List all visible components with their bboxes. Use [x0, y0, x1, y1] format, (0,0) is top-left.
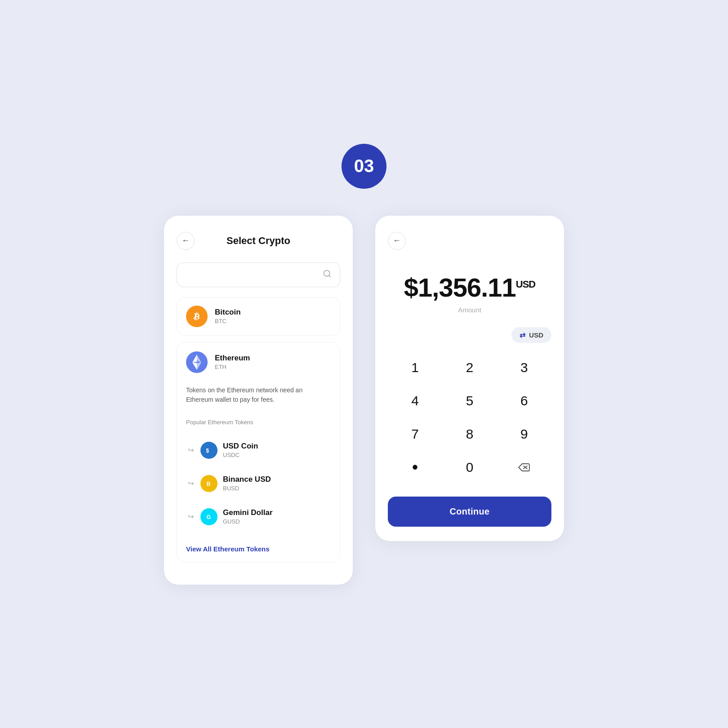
amount-number: $1,356.11 — [404, 273, 516, 302]
amount-value: $1,356.11USD — [404, 273, 535, 302]
bitcoin-item[interactable]: Bitcoin BTC — [177, 297, 340, 336]
busd-item[interactable]: ↪ B Binance USD BUSD — [186, 471, 271, 497]
ethereum-info: Ethereum ETH — [215, 354, 250, 370]
svg-marker-4 — [197, 362, 201, 370]
popular-tokens-label: Popular Ethereum Tokens — [186, 419, 253, 426]
card-header-right: ← — [388, 232, 551, 250]
view-all-link[interactable]: View All Ethereum Tokens — [186, 545, 270, 553]
key-9[interactable]: 9 — [497, 417, 551, 451]
amount-keypad-card: ← $1,356.11USD Amount ⇄ USD 1 2 3 4 5 6 … — [375, 216, 564, 541]
svg-text:$: $ — [206, 447, 209, 453]
token-arrow-icon-3: ↪ — [186, 512, 195, 521]
step-number: 03 — [354, 156, 374, 176]
bitcoin-info: Bitcoin BTC — [215, 308, 241, 324]
ethereum-description: Tokens on the Ethereum network need an E… — [186, 386, 331, 404]
keypad: 1 2 3 4 5 6 7 8 9 • 0 — [388, 351, 551, 484]
ethereum-logo — [186, 351, 208, 373]
back-button-left[interactable]: ← — [177, 232, 195, 250]
eth-top-row: Ethereum ETH — [186, 351, 250, 373]
gusd-info: Gemini Dollar GUSD — [223, 508, 273, 525]
svg-text:B: B — [207, 480, 211, 487]
bitcoin-symbol: BTC — [215, 318, 241, 324]
usdc-name: USD Coin — [223, 442, 258, 451]
token-arrow-icon: ↪ — [186, 446, 195, 454]
ethereum-item[interactable]: Ethereum ETH Tokens on the Ethereum netw… — [177, 342, 340, 562]
key-2[interactable]: 2 — [442, 351, 497, 384]
usdc-item[interactable]: ↪ $ USD Coin USDC — [186, 437, 258, 463]
busd-name: Binance USD — [223, 475, 271, 484]
svg-marker-5 — [192, 362, 197, 370]
amount-label: Amount — [388, 306, 551, 314]
key-4[interactable]: 4 — [388, 384, 442, 417]
card-header-left: ← Select Crypto — [177, 232, 340, 250]
usd-toggle-badge[interactable]: ⇄ USD — [511, 327, 551, 343]
step-badge: 03 — [342, 144, 386, 189]
usdc-info: USD Coin USDC — [223, 442, 258, 458]
svg-line-1 — [329, 275, 331, 277]
amount-currency-label: USD — [516, 278, 535, 289]
key-8[interactable]: 8 — [442, 417, 497, 451]
key-0[interactable]: 0 — [442, 451, 497, 484]
busd-logo: B — [200, 475, 218, 492]
search-icon — [323, 269, 332, 280]
key-1[interactable]: 1 — [388, 351, 442, 384]
ethereum-name: Ethereum — [215, 354, 250, 363]
token-arrow-icon-2: ↪ — [186, 479, 195, 488]
search-input[interactable] — [185, 271, 318, 279]
key-3[interactable]: 3 — [497, 351, 551, 384]
svg-text:G: G — [207, 514, 211, 520]
continue-button[interactable]: Continue — [388, 497, 551, 527]
usd-toggle: ⇄ USD — [388, 327, 551, 343]
key-backspace[interactable] — [497, 451, 551, 484]
usd-toggle-label: USD — [529, 331, 543, 339]
usdc-logo: $ — [200, 442, 218, 459]
gusd-logo: G — [200, 508, 218, 525]
usdc-symbol: USDC — [223, 452, 258, 458]
amount-display: $1,356.11USD — [388, 272, 551, 302]
gusd-symbol: GUSD — [223, 518, 273, 525]
switch-icon: ⇄ — [519, 331, 525, 339]
screens-row: ← Select Crypto Bitcoin BTC — [164, 216, 564, 585]
key-6[interactable]: 6 — [497, 384, 551, 417]
key-5[interactable]: 5 — [442, 384, 497, 417]
select-crypto-card: ← Select Crypto Bitcoin BTC — [164, 216, 353, 585]
search-box[interactable] — [177, 262, 340, 287]
busd-symbol: BUSD — [223, 485, 271, 492]
bitcoin-logo — [186, 306, 208, 327]
ethereum-symbol: ETH — [215, 364, 250, 370]
key-7[interactable]: 7 — [388, 417, 442, 451]
gusd-name: Gemini Dollar — [223, 508, 273, 517]
bitcoin-name: Bitcoin — [215, 308, 241, 317]
back-button-right[interactable]: ← — [388, 232, 406, 250]
busd-info: Binance USD BUSD — [223, 475, 271, 492]
page-title: Select Crypto — [226, 235, 290, 247]
gusd-item[interactable]: ↪ G Gemini Dollar GUSD — [186, 504, 273, 530]
key-dot[interactable]: • — [388, 451, 442, 484]
